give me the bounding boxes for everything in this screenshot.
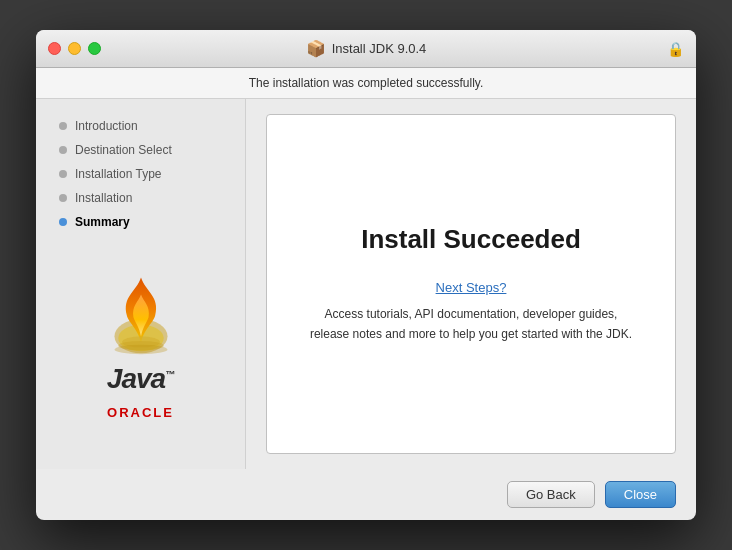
title-icon: 📦 (306, 39, 326, 58)
sidebar-item-introduction[interactable]: Introduction (51, 114, 230, 138)
sidebar-dot-installation-type (59, 170, 67, 178)
close-button[interactable] (48, 42, 61, 55)
sidebar-dot-introduction (59, 122, 67, 130)
oracle-wordmark: ORACLE (107, 405, 174, 420)
traffic-lights (48, 42, 101, 55)
sidebar-label-installation: Installation (75, 191, 132, 205)
content-area: Install Succeeded Next Steps? Access tut… (246, 99, 696, 469)
sidebar-dot-installation (59, 194, 67, 202)
sidebar-label-introduction: Introduction (75, 119, 138, 133)
sidebar-item-installation[interactable]: Installation (51, 186, 230, 210)
window-title: Install JDK 9.0.4 (332, 41, 427, 56)
title-bar: 📦 Install JDK 9.0.4 🔒 (36, 30, 696, 68)
go-back-button[interactable]: Go Back (507, 481, 595, 508)
sidebar: Introduction Destination Select Installa… (36, 99, 246, 469)
sidebar-item-summary[interactable]: Summary (51, 210, 230, 234)
sidebar-label-summary: Summary (75, 215, 130, 229)
java-flame-icon (101, 268, 181, 358)
sidebar-dot-summary (59, 218, 67, 226)
content-box: Install Succeeded Next Steps? Access tut… (266, 114, 676, 454)
java-logo-area: Java™ ORACLE (36, 234, 245, 454)
sidebar-dot-destination (59, 146, 67, 154)
title-bar-content: 📦 Install JDK 9.0.4 (306, 39, 427, 58)
minimize-button[interactable] (68, 42, 81, 55)
next-steps-link[interactable]: Next Steps? (436, 280, 507, 295)
java-wordmark: Java™ (107, 363, 174, 395)
maximize-button[interactable] (88, 42, 101, 55)
sidebar-label-destination: Destination Select (75, 143, 172, 157)
lock-icon: 🔒 (667, 41, 684, 57)
sidebar-item-destination-select[interactable]: Destination Select (51, 138, 230, 162)
main-content: Introduction Destination Select Installa… (36, 99, 696, 469)
java-logo-container: Java™ ORACLE (101, 268, 181, 420)
install-description: Access tutorials, API documentation, dev… (307, 305, 635, 343)
status-bar: The installation was completed successfu… (36, 68, 696, 99)
footer: Go Back Close (36, 469, 696, 520)
status-message: The installation was completed successfu… (249, 76, 484, 90)
svg-point-4 (114, 345, 167, 354)
sidebar-label-installation-type: Installation Type (75, 167, 162, 181)
sidebar-item-installation-type[interactable]: Installation Type (51, 162, 230, 186)
java-tm-mark: ™ (165, 369, 174, 380)
installer-window: 📦 Install JDK 9.0.4 🔒 The installation w… (36, 30, 696, 520)
close-button-footer[interactable]: Close (605, 481, 676, 508)
install-succeeded-heading: Install Succeeded (361, 224, 581, 255)
sidebar-nav: Introduction Destination Select Installa… (36, 114, 245, 234)
